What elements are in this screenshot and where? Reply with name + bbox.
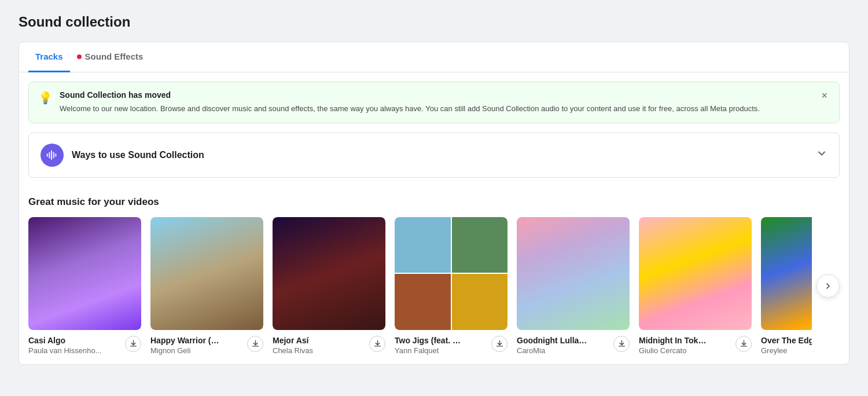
notice-content: Sound Collection has moved Welcome to ou…	[60, 90, 812, 115]
track-info: Happy Warrior (… Mignon Geli	[150, 336, 263, 355]
track-thumbnail	[761, 217, 812, 330]
tracks-row-wrapper: Casi Algo Paula van Hissenho... Happy Wa…	[28, 217, 840, 364]
tabs-row: Tracks Sound Effects	[19, 42, 849, 72]
page-title: Sound collection	[19, 14, 849, 30]
svg-rect-0	[47, 153, 48, 157]
track-download-button[interactable]	[125, 336, 141, 352]
notice-close-button[interactable]: ×	[819, 90, 830, 101]
track-text: Happy Warrior (… Mignon Geli	[150, 336, 244, 355]
music-section: Great music for your videos Casi Algo Pa…	[19, 187, 849, 364]
ways-title: Ways to use Sound Collection	[72, 150, 204, 160]
track-card-6[interactable]: Midnight In Tok… Giulio Cercato	[639, 217, 752, 355]
track-artist: Paula van Hissenho...	[28, 346, 122, 355]
track-card-5[interactable]: Goodnight Lulla… CaroMia	[517, 217, 630, 355]
track-thumbnail	[639, 217, 752, 330]
track-card-4[interactable]: Two Jigs (feat. … Yann Falquet	[395, 217, 507, 355]
svg-rect-3	[53, 152, 54, 158]
track-download-button[interactable]	[369, 336, 385, 352]
tab-tracks[interactable]: Tracks	[28, 42, 70, 72]
track-text: Goodnight Lulla… CaroMia	[517, 336, 610, 355]
track-name: Casi Algo	[28, 336, 122, 345]
track-thumbnail	[273, 217, 385, 330]
ways-section[interactable]: Ways to use Sound Collection	[28, 133, 840, 178]
track-info: Midnight In Tok… Giulio Cercato	[639, 336, 752, 355]
track-name: Mejor Así	[273, 336, 366, 345]
svg-rect-2	[51, 150, 52, 160]
track-text: Two Jigs (feat. … Yann Falquet	[395, 336, 488, 355]
svg-rect-1	[49, 152, 50, 158]
track-info: Over The Edge Greylee	[761, 336, 812, 355]
track-artist: Greylee	[761, 346, 812, 355]
track-artist: Yann Falquet	[395, 346, 488, 355]
notice-title: Sound Collection has moved	[60, 90, 812, 100]
track-card-7[interactable]: Over The Edge Greylee	[761, 217, 812, 355]
track-info: Two Jigs (feat. … Yann Falquet	[395, 336, 507, 355]
chevron-down-icon	[816, 148, 827, 162]
svg-rect-4	[56, 153, 57, 157]
sound-waves-icon	[41, 144, 64, 167]
track-thumbnail	[517, 217, 630, 330]
music-section-title: Great music for your videos	[28, 196, 840, 208]
notice-text: Welcome to our new location. Browse and …	[60, 103, 812, 115]
tracks-container: Casi Algo Paula van Hissenho... Happy Wa…	[28, 217, 812, 355]
track-text: Over The Edge Greylee	[761, 336, 812, 355]
lightbulb-icon: 💡	[38, 91, 53, 105]
track-download-button[interactable]	[247, 336, 263, 352]
track-artist: Giulio Cercato	[639, 346, 732, 355]
ways-left: Ways to use Sound Collection	[41, 144, 204, 167]
track-name: Two Jigs (feat. …	[395, 336, 488, 345]
track-info: Mejor Así Chela Rivas	[273, 336, 385, 355]
track-artist: CaroMia	[517, 346, 610, 355]
track-card-2[interactable]: Happy Warrior (… Mignon Geli	[150, 217, 263, 355]
track-download-button[interactable]	[735, 336, 752, 352]
track-download-button[interactable]	[491, 336, 507, 352]
track-card-1[interactable]: Casi Algo Paula van Hissenho...	[28, 217, 141, 355]
notice-banner: 💡 Sound Collection has moved Welcome to …	[28, 82, 840, 123]
next-tracks-button[interactable]	[816, 274, 840, 298]
track-download-button[interactable]	[613, 336, 630, 352]
track-name: Midnight In Tok…	[639, 336, 732, 345]
tab-sound-effects[interactable]: Sound Effects	[70, 42, 150, 72]
track-artist: Chela Rivas	[273, 346, 366, 355]
main-card: Tracks Sound Effects 💡 Sound Collection …	[19, 42, 849, 365]
track-thumbnail	[395, 217, 507, 330]
track-card-3[interactable]: Mejor Así Chela Rivas	[273, 217, 385, 355]
track-name: Over The Edge	[761, 336, 812, 345]
track-thumbnail	[28, 217, 141, 330]
track-info: Goodnight Lulla… CaroMia	[517, 336, 630, 355]
track-text: Casi Algo Paula van Hissenho...	[28, 336, 122, 355]
track-name: Happy Warrior (…	[150, 336, 244, 345]
track-thumbnail	[150, 217, 263, 330]
track-text: Midnight In Tok… Giulio Cercato	[639, 336, 732, 355]
track-name: Goodnight Lulla…	[517, 336, 610, 345]
track-info: Casi Algo Paula van Hissenho...	[28, 336, 141, 355]
track-text: Mejor Así Chela Rivas	[273, 336, 366, 355]
page-container: Sound collection Tracks Sound Effects 💡 …	[0, 0, 868, 379]
track-artist: Mignon Geli	[150, 346, 244, 355]
new-indicator-dot	[77, 54, 82, 59]
waveform-svg	[46, 149, 58, 162]
